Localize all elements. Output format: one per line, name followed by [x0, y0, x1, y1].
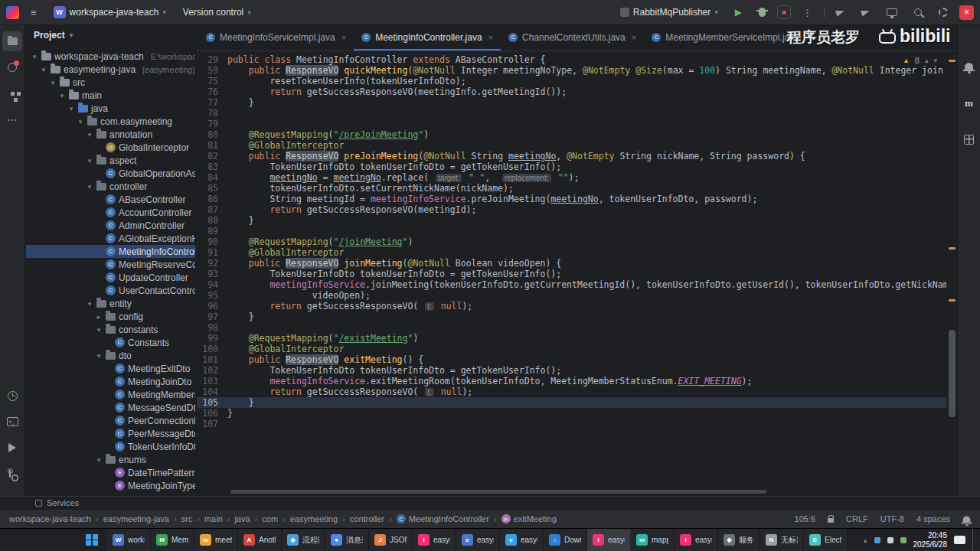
tree-item[interactable]: EDateTimePatternE	[26, 466, 195, 479]
search-everywhere-button[interactable]	[909, 6, 927, 18]
tree-item[interactable]: ▾constants	[26, 323, 195, 336]
line-number[interactable]: 90	[197, 236, 227, 247]
editor-tab[interactable]: CChannelContextUtils.java×	[501, 25, 644, 51]
code-line[interactable]: 91 @GlobalInterceptor	[197, 247, 946, 258]
line-number[interactable]: 101	[197, 354, 227, 365]
line-number[interactable]: 99	[197, 333, 227, 344]
tree-item[interactable]: CAdminController	[26, 219, 195, 232]
code-line[interactable]: 81 @GlobalInterceptor	[197, 140, 946, 151]
tree-item[interactable]: ▸config	[26, 310, 195, 323]
tree-item[interactable]: ▾com.easymeeting	[26, 115, 195, 128]
taskbar-app[interactable]: Ieasym	[413, 529, 456, 551]
taskbar-app[interactable]: ↓Down	[544, 529, 587, 551]
caret-position[interactable]: 105:6	[795, 514, 816, 523]
project-widget[interactable]: W workspace-java-teach ▾	[48, 4, 172, 21]
project-panel-header[interactable]: Project ▾	[26, 25, 195, 45]
chevron-down-icon[interactable]: ▾	[95, 352, 103, 360]
code-line[interactable]: 90 @RequestMapping("/joinMeeting")	[197, 236, 946, 247]
line-number[interactable]: 87	[197, 204, 227, 215]
code-line[interactable]: 83 TokenUserInfoDto tokenUserInfoDto = g…	[197, 161, 946, 172]
horizontal-scrollbar[interactable]	[230, 490, 766, 494]
tree-item[interactable]: CMeetingReserveCont	[26, 258, 195, 271]
code-line[interactable]: 98	[197, 322, 946, 333]
code-line[interactable]: 104 return getSuccessResponseVO( t: null…	[197, 386, 946, 397]
breadcrumb-item[interactable]: src	[181, 514, 193, 523]
warning-mark[interactable]	[949, 299, 956, 302]
tree-item[interactable]: ▾annotation	[26, 128, 195, 141]
tree-item[interactable]: ▾main	[26, 89, 195, 102]
chevron-down-icon[interactable]: ▾	[58, 92, 66, 99]
tree-item[interactable]: EMeetingJoinTypeE	[26, 479, 195, 492]
file-encoding[interactable]: UTF-8	[880, 514, 904, 523]
tree-item[interactable]: ▾enums	[26, 453, 195, 466]
line-number[interactable]: 94	[197, 279, 227, 290]
project-tree[interactable]: ▾workspace-java-teachE:\workspace-java-t…	[26, 45, 195, 496]
code-line[interactable]: 97 }	[197, 311, 946, 322]
breadcrumb-item[interactable]: java	[234, 514, 250, 523]
line-number[interactable]: 80	[197, 129, 227, 140]
code-line[interactable]: 92 public ResponseVO joinMeeting(@NotNul…	[197, 258, 946, 269]
code-line[interactable]: 75 resetTokenUserInfo(tokenUserInfoDto);	[197, 76, 946, 86]
screen-share-button[interactable]	[881, 6, 903, 18]
settings-button[interactable]	[933, 5, 953, 19]
taskbar-app[interactable]: AAnoth	[238, 529, 282, 551]
line-number[interactable]: 106	[197, 408, 227, 419]
taskbar-app[interactable]: ●消息列	[325, 529, 369, 551]
code-line[interactable]: 99 @RequestMapping("/existMeeting")	[197, 333, 946, 344]
tray-icon[interactable]	[874, 537, 880, 543]
tree-item[interactable]: CAccountController	[26, 206, 195, 219]
line-number[interactable]: 76	[197, 86, 227, 97]
close-icon[interactable]: ×	[805, 33, 810, 42]
line-number[interactable]: 86	[197, 194, 227, 204]
more-tool-windows-button[interactable]: ⋯	[2, 109, 22, 129]
chevron-down-icon[interactable]: ▾	[86, 183, 93, 191]
chevron-down-icon[interactable]: ▾	[86, 300, 93, 308]
close-icon[interactable]: ×	[488, 33, 493, 42]
taskbar-app[interactable]: Ieasym	[587, 529, 631, 551]
code-line[interactable]: 96 return getSuccessResponseVO( t: null)…	[197, 301, 946, 311]
taskbar-app[interactable]: Wworks	[107, 529, 151, 551]
chevron-right-icon[interactable]: ▸	[95, 313, 103, 321]
tree-item[interactable]: CMeetingInfoControlle	[26, 245, 195, 258]
breadcrumb-item[interactable]: controller	[350, 514, 384, 523]
close-window-button[interactable]: ×	[959, 5, 974, 20]
line-number[interactable]: 77	[197, 97, 227, 108]
chevron-down-icon[interactable]: ▾	[31, 53, 38, 60]
code-line[interactable]: 95 videoOpen);	[197, 290, 946, 301]
breadcrumb-item[interactable]: easymeeting	[290, 514, 338, 523]
code-line[interactable]: 102 TokenUserInfoDto tokenUserInfoDto = …	[197, 365, 946, 376]
vcs-tool-button[interactable]	[2, 464, 22, 484]
code-line[interactable]: 88 }	[197, 215, 946, 226]
maven-tool-button[interactable]: m	[959, 93, 979, 112]
code-line[interactable]: 59 public ResponseVO quickMeeting(@NotNu…	[197, 65, 946, 76]
project-tool-button[interactable]	[2, 31, 22, 51]
line-number[interactable]: 81	[197, 140, 227, 151]
editor-tab[interactable]: CMeetingInfoController.java×	[354, 25, 501, 51]
code-line[interactable]: 29public class MeetingInfoController ext…	[197, 54, 946, 65]
taskbar-app[interactable]: eeasym	[456, 529, 500, 551]
tree-item[interactable]: ▾dto	[26, 349, 195, 362]
tray-expand-icon[interactable]: ▴	[864, 536, 867, 544]
tree-item[interactable]: CUpdateController	[26, 271, 195, 284]
indent-setting[interactable]: 4 spaces	[916, 514, 950, 523]
tree-item[interactable]: @GlobalInterceptor	[26, 141, 195, 154]
debug-button[interactable]	[753, 5, 771, 19]
code-line[interactable]: 82 public ResponseVO preJoinMeeting(@Not…	[197, 151, 946, 161]
commit-tool-button[interactable]	[2, 57, 22, 77]
code-line[interactable]: 89	[197, 226, 946, 236]
tree-item[interactable]: CPeerMessageDto	[26, 427, 195, 440]
vcs-widget[interactable]: Version control ▾	[178, 5, 256, 20]
stop-button[interactable]: ■	[777, 5, 791, 19]
line-number[interactable]: 91	[197, 247, 227, 258]
editor-tab[interactable]: CMeetingMemberServiceImpl.java×	[644, 25, 818, 51]
chevron-down-icon[interactable]: ▾	[67, 105, 75, 112]
tree-item[interactable]: CUserContactControlle	[26, 284, 195, 297]
tree-item[interactable]: CPeerConnectionDa	[26, 414, 195, 427]
line-number[interactable]: 85	[197, 183, 227, 194]
taskbar-app[interactable]: Ieasym	[675, 529, 718, 551]
taskbar-clock[interactable]: 20:45 2025/6/28	[913, 531, 948, 549]
notifications-button[interactable]	[959, 56, 979, 76]
chevron-down-icon[interactable]: ▾	[86, 157, 93, 165]
breadcrumb-item[interactable]: easymeeting-java	[103, 514, 169, 523]
code-line[interactable]: 79	[197, 119, 946, 129]
